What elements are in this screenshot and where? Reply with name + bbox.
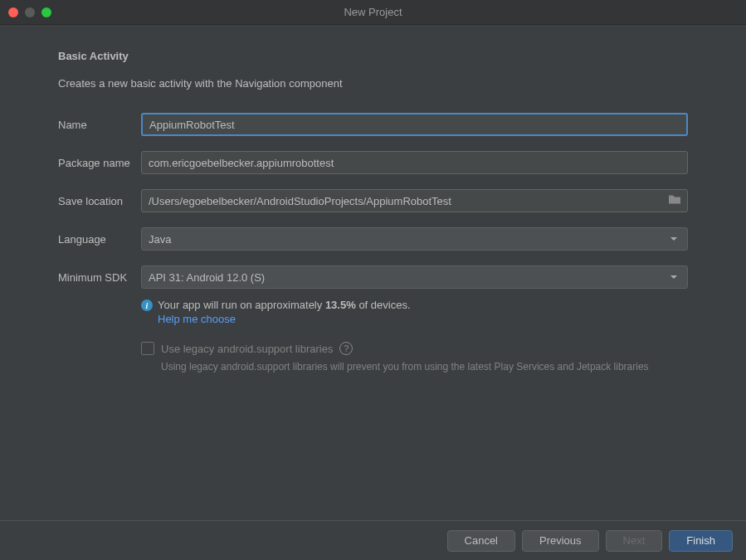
legacy-note: Using legacy android.support libraries w…: [161, 360, 688, 374]
titlebar: New Project: [0, 0, 746, 25]
min-sdk-value: API 31: Android 12.0 (S): [149, 271, 265, 284]
min-sdk-label: Minimum SDK: [58, 271, 141, 284]
traffic-lights: [0, 7, 51, 17]
page-description: Creates a new basic activity with the Na…: [58, 77, 688, 90]
name-label: Name: [58, 119, 141, 131]
help-me-choose-link[interactable]: Help me choose: [158, 313, 688, 325]
form-content: Basic Activity Creates a new basic activ…: [0, 25, 746, 374]
close-window-button[interactable]: [8, 7, 18, 17]
page-heading: Basic Activity: [58, 50, 688, 62]
legacy-libraries-checkbox[interactable]: [141, 342, 154, 355]
previous-button[interactable]: Previous: [522, 530, 599, 552]
chevron-down-icon: [670, 275, 677, 279]
next-button: Next: [606, 530, 663, 552]
minimize-window-button[interactable]: [25, 7, 35, 17]
language-value: Java: [149, 233, 171, 246]
package-label: Package name: [58, 157, 141, 169]
window-title: New Project: [344, 6, 402, 18]
maximize-window-button[interactable]: [41, 7, 51, 17]
save-location-input[interactable]: [141, 189, 688, 212]
device-coverage-text: Your app will run on approximately 13.5%…: [158, 299, 411, 311]
package-input[interactable]: [141, 151, 688, 174]
chevron-down-icon: [670, 237, 677, 241]
language-select[interactable]: Java: [141, 227, 688, 251]
legacy-libraries-label: Use legacy android.support libraries: [161, 343, 333, 355]
cancel-button[interactable]: Cancel: [447, 530, 515, 552]
help-icon[interactable]: ?: [339, 342, 353, 355]
name-input[interactable]: [141, 113, 688, 136]
finish-button[interactable]: Finish: [669, 530, 733, 552]
browse-folder-icon[interactable]: [668, 194, 681, 208]
min-sdk-select[interactable]: API 31: Android 12.0 (S): [141, 265, 688, 289]
language-label: Language: [58, 233, 141, 246]
footer: Cancel Previous Next Finish: [0, 520, 746, 560]
info-icon: i: [141, 299, 153, 311]
save-location-label: Save location: [58, 195, 141, 207]
